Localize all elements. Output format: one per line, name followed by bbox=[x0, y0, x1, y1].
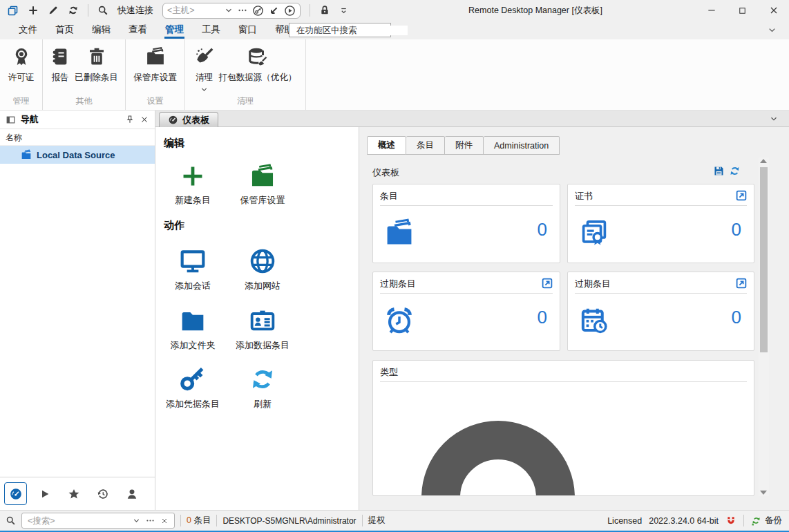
navigation-title: 导航 bbox=[21, 113, 120, 126]
new-window-icon[interactable] bbox=[7, 5, 19, 17]
card-entries[interactable]: 条目 0 bbox=[372, 184, 560, 263]
add-website-button[interactable]: 添加网站 bbox=[227, 247, 298, 292]
toolbar-options-icon[interactable] bbox=[339, 6, 348, 15]
external-link-icon[interactable] bbox=[541, 277, 553, 289]
tab-overview[interactable]: 概述 bbox=[367, 136, 406, 155]
license-status: Licensed bbox=[607, 516, 642, 526]
name-column-header[interactable]: 名称 bbox=[0, 129, 155, 146]
refresh-button[interactable]: 刷新 bbox=[227, 365, 298, 410]
play-icon bbox=[39, 488, 50, 500]
pin-icon[interactable] bbox=[125, 115, 135, 124]
refresh-dashboard-icon[interactable] bbox=[729, 165, 741, 177]
tab-entries[interactable]: 条目 bbox=[406, 136, 445, 155]
scroll-up-arrow[interactable] bbox=[760, 159, 767, 163]
menu-item-administration[interactable]: 管理 bbox=[156, 21, 193, 39]
status-search-input[interactable] bbox=[28, 516, 127, 526]
report-notebook-icon bbox=[50, 46, 70, 67]
history-view-button[interactable] bbox=[91, 482, 114, 505]
license-badge-icon bbox=[11, 46, 32, 67]
dashboard-gauge-icon bbox=[168, 115, 178, 125]
ribbon-search-input[interactable] bbox=[296, 26, 408, 35]
favorites-view-button[interactable] bbox=[62, 482, 85, 505]
new-entry-button[interactable]: 新建条目 bbox=[157, 163, 229, 207]
backup-sync-icon bbox=[751, 515, 761, 526]
ellipsis-icon[interactable] bbox=[238, 6, 247, 15]
scroll-down-arrow[interactable] bbox=[760, 491, 767, 495]
menu-item-file[interactable]: 文件 bbox=[10, 21, 46, 39]
chevron-down-icon[interactable] bbox=[225, 6, 233, 15]
globe-icon bbox=[249, 247, 276, 275]
dashboard-view-button[interactable] bbox=[4, 482, 27, 505]
navigation-pane-icon bbox=[6, 115, 16, 125]
connect-play-icon[interactable] bbox=[284, 5, 296, 17]
license-button[interactable]: 许可证 bbox=[8, 45, 35, 84]
card-expired-entries-1[interactable]: 过期条目 0 bbox=[372, 272, 560, 351]
minimize-button[interactable] bbox=[696, 0, 727, 21]
external-link-icon[interactable] bbox=[735, 277, 748, 289]
card-types[interactable]: 类型 bbox=[372, 360, 754, 496]
add-credential-button[interactable]: 添加凭据条目 bbox=[157, 365, 229, 410]
chevron-down-icon[interactable] bbox=[133, 517, 140, 524]
key-icon bbox=[179, 365, 207, 393]
tab-administration[interactable]: Administration bbox=[484, 136, 560, 155]
machine-user: DESKTOP-S5MGNLR\Administrator bbox=[222, 516, 356, 526]
reports-button[interactable]: 报告 bbox=[50, 45, 70, 84]
add-icon[interactable] bbox=[28, 5, 39, 16]
quick-connect-arrow-icon[interactable] bbox=[269, 6, 279, 16]
host-input[interactable] bbox=[167, 6, 220, 15]
menu-item-edit[interactable]: 编辑 bbox=[83, 21, 120, 39]
menu-item-view[interactable]: 查看 bbox=[120, 21, 156, 39]
menu-item-home[interactable]: 首页 bbox=[46, 21, 83, 39]
cleanup-button[interactable]: 清理 bbox=[194, 45, 215, 93]
tab-attachments[interactable]: 附件 bbox=[445, 136, 484, 155]
pack-data-source-button[interactable]: 打包数据源（优化） bbox=[219, 45, 297, 93]
collapse-ribbon-icon[interactable] bbox=[768, 26, 777, 35]
lock-icon[interactable] bbox=[319, 5, 330, 16]
ribbon-group-cleanup: 清理 打包数据源（优化） 清理 bbox=[185, 39, 306, 110]
connect-credentials-icon[interactable] bbox=[252, 5, 264, 17]
ribbon-search-box bbox=[289, 23, 391, 37]
magnet-icon[interactable] bbox=[725, 515, 736, 526]
quick-connect-box bbox=[162, 3, 301, 19]
dashboard-section-title: 仪表板 bbox=[372, 167, 399, 179]
search-icon[interactable] bbox=[97, 5, 108, 16]
ribbon-group-label: 管理 bbox=[0, 95, 42, 107]
search-icon bbox=[6, 515, 16, 526]
ribbon-group-label: 其他 bbox=[43, 95, 125, 107]
add-folder-button[interactable]: 添加文件夹 bbox=[157, 307, 229, 352]
maximize-button[interactable] bbox=[727, 0, 758, 21]
certificate-icon bbox=[579, 218, 609, 248]
menu-item-window[interactable]: 窗口 bbox=[229, 21, 266, 39]
close-icon[interactable] bbox=[140, 115, 149, 124]
titlebar: 快速连接 Remote Desktop Manager [仪表板] bbox=[0, 0, 789, 21]
external-link-icon[interactable] bbox=[735, 189, 748, 202]
statusbar-separator bbox=[180, 515, 181, 526]
tree-item-local-data-source[interactable]: Local Data Source bbox=[0, 146, 155, 164]
tab-dashboard[interactable]: 仪表板 bbox=[159, 112, 218, 127]
save-dashboard-icon[interactable] bbox=[713, 165, 725, 177]
deleted-entries-button[interactable]: 已删除条目 bbox=[75, 45, 118, 84]
close-button[interactable] bbox=[758, 0, 789, 21]
vault-settings-edit-button[interactable]: 保管库设置 bbox=[227, 163, 298, 207]
scrollbar-thumb[interactable] bbox=[760, 167, 768, 352]
sessions-view-button[interactable] bbox=[33, 482, 56, 505]
add-data-entry-button[interactable]: 添加数据条目 bbox=[227, 307, 298, 352]
menu-item-tools[interactable]: 工具 bbox=[193, 21, 229, 39]
expired-entries-count-1: 0 bbox=[538, 307, 547, 328]
edit-section-title: 编辑 bbox=[164, 137, 184, 150]
ellipsis-icon[interactable] bbox=[146, 516, 155, 525]
dashboard-scrollbar[interactable] bbox=[759, 158, 769, 496]
edit-pencil-icon[interactable] bbox=[48, 5, 59, 16]
card-certificates[interactable]: 证书 0 bbox=[567, 184, 754, 263]
user-view-button[interactable] bbox=[120, 482, 143, 505]
titlebar-separator bbox=[88, 4, 88, 17]
add-session-button[interactable]: 添加会话 bbox=[157, 247, 229, 292]
tab-list-chevron-icon[interactable] bbox=[770, 115, 778, 123]
card-expired-entries-2[interactable]: 过期条目 0 bbox=[567, 272, 754, 351]
statusbar-separator bbox=[216, 515, 217, 526]
clear-search-icon[interactable] bbox=[160, 517, 169, 525]
refresh-icon[interactable] bbox=[68, 5, 79, 16]
vault-settings-button[interactable]: 保管库设置 bbox=[133, 45, 177, 84]
backup-status[interactable]: 备份 bbox=[751, 515, 782, 526]
statusbar: 0 条目 DESKTOP-S5MGNLR\Administrator 提权 Li… bbox=[0, 510, 789, 531]
